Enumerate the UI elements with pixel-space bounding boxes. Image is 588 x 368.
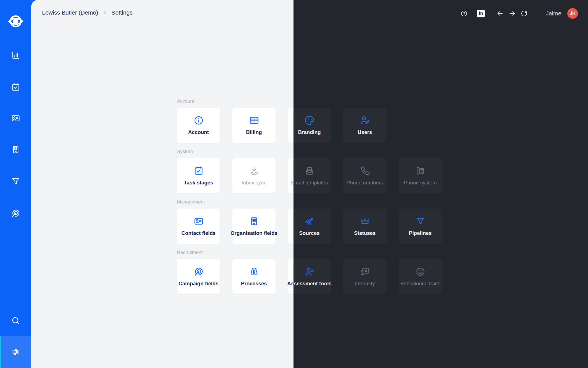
- chevron-right-icon: [103, 11, 107, 15]
- target-arrow-icon: [193, 267, 204, 277]
- tile-label: Organisation fields: [230, 230, 277, 236]
- sidebar-item-settings-active[interactable]: [0, 336, 31, 368]
- calendar-check-icon: [193, 166, 204, 176]
- avatar[interactable]: JH: [567, 8, 578, 19]
- sidebar: [0, 0, 31, 368]
- section-label-recruitment: Recruitment: [294, 250, 442, 255]
- tile-branding[interactable]: Branding: [294, 108, 331, 143]
- forward-arrow-icon[interactable]: [508, 10, 516, 17]
- tile-informify: Informify: [343, 259, 386, 294]
- tile-label: Inbox sync: [242, 180, 266, 186]
- contact-card-icon: [193, 216, 204, 226]
- sidebar-item-analytics[interactable]: [0, 50, 31, 60]
- palette-icon: [304, 115, 315, 126]
- tile-label: Branding: [298, 129, 321, 135]
- bar-chart-icon: [11, 50, 20, 60]
- target-arrow-icon: [11, 209, 20, 218]
- tile-task-stages[interactable]: Task stages: [177, 158, 220, 193]
- eye-logo-icon: [8, 14, 23, 29]
- tile-phone-system: Phone system: [399, 158, 442, 193]
- presentation-icon: [360, 267, 370, 277]
- tile-label: Campaign fields: [179, 281, 219, 287]
- binoculars-icon: [249, 267, 259, 277]
- mail-open-icon: [304, 166, 315, 176]
- app-logo[interactable]: [0, 13, 31, 29]
- tile-label: Task stages: [184, 180, 213, 186]
- tile-pipelines[interactable]: Pipelines: [399, 209, 442, 244]
- user-pen-icon: [360, 115, 370, 126]
- breadcrumb-account[interactable]: Lewiss Butler (Demo): [42, 9, 98, 16]
- tile-label: Statuses: [354, 230, 375, 236]
- sidebar-item-tasks[interactable]: [0, 82, 31, 92]
- user-name[interactable]: Jaime: [546, 10, 561, 17]
- tile-label: Email templates: [294, 180, 328, 186]
- section-row-management: Contact fields Organisation fields Sourc…: [294, 209, 442, 244]
- refresh-icon[interactable]: [521, 10, 528, 17]
- tile-label: Assessment tools: [294, 281, 332, 287]
- sidebar-item-contacts[interactable]: [0, 114, 31, 123]
- tile-account[interactable]: Account: [177, 108, 220, 143]
- main-panel-dark: Lewiss Butler (Demo) Settings in Jaime J…: [294, 0, 588, 368]
- section-label-account: Account: [294, 98, 442, 104]
- topbar-actions: in Jaime JH: [460, 8, 578, 19]
- tile-processes[interactable]: Processes: [232, 259, 276, 294]
- crown-icon: [360, 216, 370, 226]
- section-row-account: Account Billing Branding Users: [294, 108, 442, 143]
- tile-statuses[interactable]: Statuses: [343, 209, 386, 244]
- sidebar-item-organisations[interactable]: [0, 145, 31, 154]
- funnel-icon: [415, 216, 426, 226]
- tile-campaign-fields[interactable]: Campaign fields: [177, 259, 220, 294]
- tile-label: Phone system: [404, 180, 437, 186]
- info-circle-icon: [193, 115, 204, 126]
- tile-label: Pipelines: [409, 230, 431, 236]
- tile-phone-numbers: Phone numbers: [343, 158, 386, 193]
- tile-organisation-fields[interactable]: Organisation fields: [232, 209, 276, 244]
- inbox-download-icon: [249, 166, 259, 176]
- theme-split-divider: [293, 0, 294, 368]
- tile-billing[interactable]: Billing: [232, 108, 276, 143]
- linkedin-icon[interactable]: in: [477, 10, 485, 17]
- search-icon: [11, 316, 20, 325]
- smiley-icon: [415, 267, 426, 277]
- tile-label: Phone numbers: [347, 180, 383, 186]
- building-icon: [249, 216, 259, 226]
- dark-theme-half: Lewiss Butler (Demo) Settings in Jaime J…: [294, 0, 588, 368]
- back-arrow-icon[interactable]: [496, 10, 504, 17]
- tile-label: Users: [358, 129, 372, 135]
- help-icon[interactable]: [460, 10, 468, 17]
- breadcrumb-page: Settings: [111, 9, 133, 16]
- funnel-icon: [11, 177, 20, 186]
- tile-label: Account: [188, 129, 209, 135]
- sidebar-item-search[interactable]: [0, 316, 31, 325]
- user-check-icon: [304, 267, 315, 277]
- tile-label: Processes: [241, 281, 267, 287]
- section-row-recruitment: Campaign fields Processes Assessment too…: [294, 259, 442, 294]
- section-label-system: System: [294, 149, 442, 154]
- calendar-check-icon: [11, 82, 20, 92]
- tile-label: Contact fields: [181, 230, 216, 236]
- tile-inbox-sync: Inbox sync: [232, 158, 276, 193]
- tile-sources[interactable]: Sources: [294, 209, 331, 244]
- section-label-management: Management: [294, 199, 442, 205]
- settings-grid: Account Account Billing Branding Users S…: [294, 98, 442, 300]
- tile-assessment-tools[interactable]: Assessment tools: [294, 259, 331, 294]
- sidebar-item-pipelines[interactable]: [0, 177, 31, 186]
- tile-label: Informify: [355, 281, 375, 287]
- tile-label: Behavioural traits: [400, 281, 440, 287]
- tile-email-templates: Email templates: [294, 158, 331, 193]
- tile-behavioural-traits: Behavioural traits: [399, 259, 442, 294]
- credit-card-icon: [249, 115, 259, 126]
- section-row-system: Task stages Inbox sync Email templates P…: [294, 158, 442, 193]
- building-icon: [11, 145, 20, 154]
- contact-card-icon: [11, 114, 20, 123]
- telescope-icon: [304, 216, 315, 226]
- tile-users[interactable]: Users: [343, 108, 386, 143]
- desk-phone-icon: [415, 166, 426, 176]
- sliders-icon: [11, 347, 20, 357]
- tile-label: Sources: [299, 230, 319, 236]
- tile-contact-fields[interactable]: Contact fields: [177, 209, 220, 244]
- breadcrumb: Lewiss Butler (Demo) Settings: [42, 9, 133, 16]
- tile-label: Billing: [246, 129, 262, 135]
- sidebar-item-campaigns[interactable]: [0, 209, 31, 218]
- phone-icon: [360, 166, 370, 176]
